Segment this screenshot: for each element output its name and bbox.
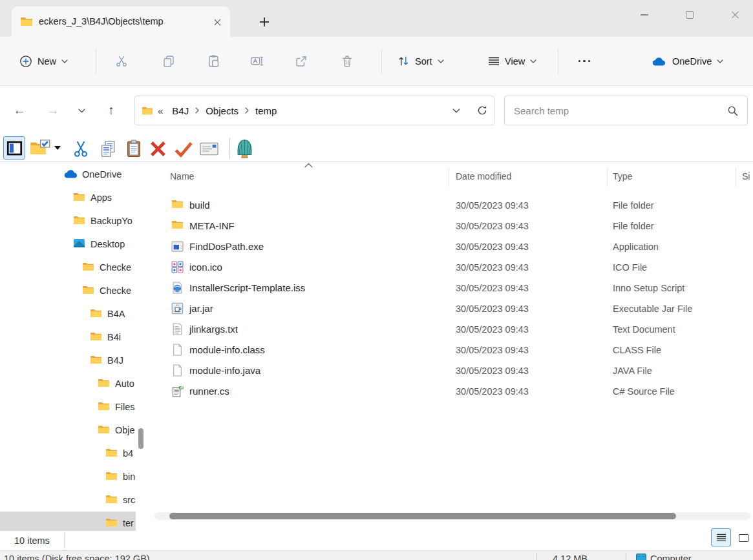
breadcrumb-b4j[interactable]: B4J — [167, 105, 193, 116]
file-row-runner-cs[interactable]: runner.cs 30/05/2023 09:43 C# Source Fil… — [152, 381, 753, 402]
content-view-button[interactable] — [735, 530, 752, 546]
new-tab-button[interactable] — [256, 14, 273, 30]
sidebar-item-desktop[interactable]: Desktop — [0, 233, 137, 256]
shell-button[interactable] — [235, 139, 254, 159]
file-date: 30/05/2023 09:43 — [456, 298, 529, 319]
delete-button[interactable] — [333, 47, 361, 76]
folder-icon — [105, 471, 118, 481]
sidebar-item-b4i[interactable]: B4i — [0, 326, 137, 349]
copy-docs-icon — [100, 140, 117, 158]
column-separator[interactable] — [607, 167, 608, 187]
maximize-icon — [686, 11, 694, 19]
rename-button[interactable] — [242, 47, 271, 76]
refresh-icon[interactable] — [477, 105, 487, 116]
forward-button[interactable]: → — [40, 98, 66, 123]
file-row-meta-inf[interactable]: META-INF 30/05/2023 09:43 File folder — [152, 216, 753, 236]
file-row-jar[interactable]: jar.jar 30/05/2023 09:43 Executable Jar … — [152, 298, 753, 319]
view-button[interactable]: View — [482, 47, 543, 76]
up-button[interactable]: ↑ — [98, 98, 124, 123]
cut-button[interactable] — [107, 47, 136, 76]
envelope-button[interactable] — [199, 141, 219, 156]
new-button[interactable]: New — [13, 47, 74, 76]
see-more-button[interactable] — [570, 47, 599, 76]
breadcrumb-temp[interactable]: temp — [251, 105, 281, 116]
details-view-button[interactable] — [711, 528, 731, 546]
minimize-button[interactable] — [630, 3, 659, 27]
strip-divider — [626, 553, 626, 560]
sidebar-item-src[interactable]: src — [0, 488, 137, 512]
sidebar-item-temp-selected[interactable]: ter — [0, 512, 136, 531]
sort-button[interactable]: Sort — [391, 47, 451, 76]
file-row-icon-ico[interactable]: icon.ico 30/05/2023 09:43 ICO File — [152, 257, 753, 278]
file-row-jlinkargs[interactable]: jlinkargs.txt 30/05/2023 09:43 Text Docu… — [152, 319, 753, 340]
copy-classic-button[interactable] — [100, 140, 117, 158]
chevron-right-icon[interactable] — [245, 107, 249, 114]
sidebar-item-bin[interactable]: bin — [0, 465, 137, 488]
column-separator[interactable] — [736, 167, 736, 187]
sidebar-item-checkers-1[interactable]: Checke — [0, 256, 137, 279]
file-row-module-info-java[interactable]: module-info.java 30/05/2023 09:43 JAVA F… — [152, 360, 753, 381]
column-header-date-modified[interactable]: Date modified — [456, 162, 511, 191]
breadcrumb-overflow[interactable]: « — [153, 105, 167, 116]
back-button[interactable]: ← — [6, 98, 32, 123]
column-header-name[interactable]: Name — [170, 162, 194, 191]
cut-classic-button[interactable] — [72, 140, 89, 158]
file-row-module-info-class[interactable]: module-info.class 30/05/2023 09:43 CLASS… — [152, 340, 753, 360]
breadcrumb-objects[interactable]: Objects — [201, 105, 243, 116]
address-bar[interactable]: « B4J Objects temp — [134, 96, 494, 125]
sidebar-item-b4a[interactable]: B4A — [0, 302, 137, 326]
share-button[interactable] — [287, 47, 315, 76]
sidebar-item-b4j[interactable]: B4J — [0, 349, 137, 372]
cancel-button[interactable] — [149, 140, 167, 158]
folder-icon — [82, 285, 94, 295]
sidebar-item-auto[interactable]: Auto — [0, 372, 137, 395]
inno-setup-icon — [171, 282, 184, 294]
folder-check-dropdown[interactable] — [54, 146, 61, 150]
file-date: 30/05/2023 09:43 — [456, 360, 529, 381]
address-dropdown-icon[interactable] — [452, 109, 460, 113]
chevron-down-icon — [717, 59, 723, 63]
file-row-build[interactable]: build 30/05/2023 09:43 File folder — [152, 195, 753, 216]
sidebar-item-onedrive[interactable]: OneDrive — [0, 163, 137, 186]
panel-toggle-button[interactable] — [3, 136, 25, 160]
plus-icon — [260, 17, 269, 26]
onedrive-cloud-icon — [652, 56, 667, 67]
sidebar-item-apps[interactable]: Apps — [0, 186, 137, 209]
folder-check-button[interactable] — [30, 139, 50, 156]
status-bar: 10 items — [0, 531, 753, 550]
horizontal-scrollbar-thumb[interactable] — [169, 513, 676, 519]
sidebar-item-label: Checke — [100, 279, 131, 302]
sidebar-item-objects[interactable]: Obje — [0, 419, 137, 442]
new-button-label: New — [37, 56, 56, 67]
paste-icon — [207, 54, 220, 68]
sidebar-item-label: bin — [123, 465, 135, 488]
sidebar-scrollbar-thumb[interactable] — [138, 428, 143, 449]
search-input[interactable] — [514, 105, 727, 116]
copy-button[interactable] — [154, 47, 183, 76]
close-window-button[interactable] — [720, 3, 750, 27]
folder-icon — [105, 517, 118, 527]
file-row-finddospath[interactable]: FindDosPath.exe 30/05/2023 09:43 Applica… — [152, 236, 753, 257]
column-separator[interactable] — [449, 167, 449, 187]
chevron-right-icon[interactable] — [195, 107, 199, 114]
search-box[interactable] — [504, 96, 748, 125]
chevron-up-icon[interactable] — [304, 163, 313, 168]
maximize-button[interactable] — [675, 3, 705, 27]
sidebar-item-files[interactable]: Files — [0, 395, 137, 419]
column-header-size[interactable]: Si — [742, 162, 750, 191]
sidebar-item-backupyo[interactable]: BackupYo — [0, 209, 137, 233]
sidebar-item-checkers-2[interactable]: Checke — [0, 279, 137, 302]
paste-classic-button[interactable] — [125, 140, 142, 158]
column-header-type[interactable]: Type — [613, 162, 632, 191]
onedrive-button[interactable]: OneDrive — [645, 47, 730, 76]
confirm-button[interactable] — [173, 141, 194, 158]
folder-icon — [171, 220, 184, 229]
paste-button[interactable] — [199, 47, 228, 76]
file-type: File folder — [613, 195, 654, 216]
sidebar-item-b4x[interactable]: b4 — [0, 442, 137, 465]
tab-close-button[interactable] — [209, 14, 225, 30]
recent-locations-button[interactable] — [69, 98, 94, 123]
view-button-label: View — [505, 56, 525, 67]
file-row-installerscript[interactable]: InstallerScript-Template.iss 30/05/2023 … — [152, 278, 753, 298]
explorer-tab[interactable]: eckers_J_3\B4J\Objects\temp — [12, 6, 230, 37]
